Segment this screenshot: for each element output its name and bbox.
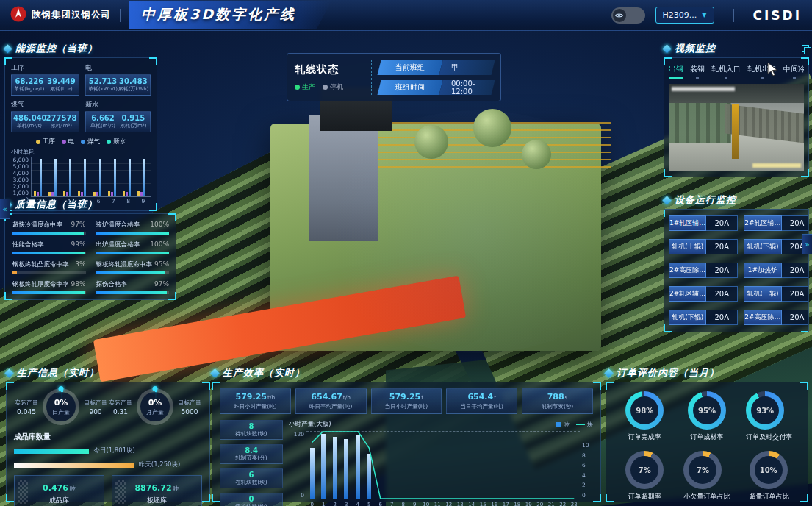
eye-icon bbox=[613, 9, 626, 22]
hourly-chart-plot: 01234567891011121314151617181920212223 bbox=[306, 431, 580, 499]
energy-panel: 能源监控（当班） 工序 68.226单耗(kgce/t) 39.449累耗(tc… bbox=[4, 41, 157, 211]
line-status-rows: 当前班组 甲 班组时间 00:00-12:00 bbox=[379, 60, 493, 95]
axis-tick: 18 bbox=[514, 502, 520, 506]
bar-工序 bbox=[123, 191, 125, 196]
line-status-row[interactable]: 当前班组 甲 bbox=[378, 60, 495, 75]
bar-工序 bbox=[93, 192, 96, 197]
axis-tick: 5,000 bbox=[11, 163, 29, 170]
view-select-dropdown[interactable]: H2309... ▼ bbox=[655, 7, 714, 24]
axis-tick: 2,000 bbox=[11, 183, 29, 190]
video-camera-label-overlay bbox=[752, 163, 801, 168]
order-donut: 93% 订单及时交付率 bbox=[746, 391, 792, 442]
axis-tick: 8 bbox=[402, 502, 405, 506]
hourly-left-ticks: 1200 bbox=[289, 431, 306, 499]
legend-dot-icon bbox=[107, 140, 111, 144]
equipment-item[interactable]: 轧机(上辊) 20A bbox=[744, 286, 809, 302]
energy-group: 煤气 486.040单耗(m³/t) 277578累耗(m³) bbox=[11, 100, 79, 132]
line-status-panel: 轧线状态 生产 停机 当前班组 甲 班组时间 00:00-12:00 bbox=[287, 53, 501, 101]
axis-tick: 0 bbox=[311, 502, 314, 506]
video-tab[interactable]: 出钢 bbox=[669, 64, 683, 79]
video-tab[interactable]: 轧机入口 bbox=[711, 64, 741, 79]
corner-accent bbox=[149, 57, 157, 65]
equipment-panel: 设备运行监控 1#轧区辅… 20A 2#轧区辅… 20A 轧机(上辊) 20A … bbox=[664, 193, 809, 332]
line-status-legend: 生产 停机 bbox=[295, 82, 364, 92]
bar-新水 bbox=[117, 196, 119, 197]
bar-煤气 bbox=[114, 159, 116, 196]
stock-bars: 今日(1,801块) 昨天(1,250块) bbox=[14, 446, 202, 469]
order-donut: 7% 订单超期率 bbox=[625, 451, 664, 502]
equipment-item[interactable]: 轧机(下辊) 20A bbox=[744, 239, 809, 254]
line-status-legend-item: 停机 bbox=[323, 82, 343, 92]
energy-group: 电 52.713单耗(kWh/t) 30.483累耗(万kWh) bbox=[85, 63, 151, 96]
axis-tick: 23 bbox=[571, 502, 578, 506]
quality-metric: 超快冷温度命中率97% bbox=[12, 221, 86, 235]
scene-glow bbox=[309, 110, 647, 353]
gauge-ring: 0%日产量 bbox=[43, 388, 79, 425]
line-status-title: 轧线状态 bbox=[295, 63, 364, 76]
energy-bar-group: 3 bbox=[48, 157, 60, 196]
equipment-item[interactable]: 2#轧区辅… 20A bbox=[744, 215, 809, 231]
corner-accent bbox=[168, 213, 176, 221]
equipment-item[interactable]: 2#高压除… 20A bbox=[669, 263, 738, 278]
bar-工序 bbox=[108, 191, 110, 196]
quality-panel: 质量信息（当班） 超快冷温度命中率97% 装炉温度合格率100% 性能合格率99… bbox=[4, 197, 176, 300]
corner-accent bbox=[4, 57, 12, 65]
orders-panel: 订单评价内容（当月） 98% 订单完成率 95% 订单成材率 93% 订单及时交… bbox=[606, 366, 808, 502]
corner-accent bbox=[593, 382, 601, 390]
production-panel-title: 生产信息（实时） bbox=[17, 366, 99, 380]
warehouse-boxes: 0.476吨 成品库 8876.72吨 板坯库 bbox=[14, 475, 202, 506]
order-donuts: 98% 订单完成率 95% 订单成材率 93% 订单及时交付率 7% 订单超期率… bbox=[614, 388, 800, 502]
efficiency-card: 654.4t 当日平均产量(吨) bbox=[446, 388, 517, 414]
legend-swatch-icon bbox=[556, 422, 561, 427]
efficiency-card: 654.67t/h 昨日平均产量(吨) bbox=[295, 388, 367, 414]
quality-metric: 钢板终轧凸度命中率3% bbox=[12, 260, 86, 274]
video-tab[interactable]: 装钢 bbox=[690, 64, 705, 79]
axis-tick: 10 bbox=[582, 442, 593, 449]
line-status-row[interactable]: 班组时间 00:00-12:00 bbox=[378, 80, 495, 95]
legend-dot-icon bbox=[36, 140, 40, 144]
company-logo-icon bbox=[10, 6, 26, 25]
panel-collapse-handle-left[interactable]: « bbox=[0, 199, 10, 219]
quality-metric: 钢板终轧厚度命中率98% bbox=[12, 280, 86, 294]
bar-煤气 bbox=[54, 159, 57, 196]
expand-icon[interactable] bbox=[802, 45, 809, 52]
quality-metric: 装炉温度合格率100% bbox=[96, 221, 170, 235]
warehouse-box: 0.476吨 成品库 bbox=[14, 475, 104, 506]
donut-ring: 7% bbox=[683, 451, 722, 489]
equipment-item[interactable]: 2#高压除… 20A bbox=[744, 310, 809, 325]
efficiency-cards: 579.25t/h 昨日小时产量(吨) 654.67t/h 昨日平均产量(吨) … bbox=[220, 388, 593, 414]
efficiency-panel-title: 生产效率（实时） bbox=[223, 366, 305, 380]
line-status-legend-item: 生产 bbox=[295, 82, 315, 92]
equipment-item[interactable]: 1#轧区辅… 20A bbox=[669, 215, 738, 231]
donut-ring: 7% bbox=[625, 451, 664, 489]
equipment-item[interactable]: 1#加热炉 20A bbox=[744, 263, 809, 278]
stock-bar: 昨天(1,250块) bbox=[14, 460, 202, 469]
axis-tick: 11 bbox=[434, 502, 441, 506]
hourly-chart-legend: 吨 块 bbox=[556, 421, 593, 429]
status-dot-icon bbox=[323, 85, 328, 90]
efficiency-card: 788s 轧制节奏(秒) bbox=[522, 388, 593, 414]
company-name: 陕钢集团汉钢公司 bbox=[32, 9, 111, 21]
visibility-toggle[interactable] bbox=[611, 7, 645, 24]
bar-工序 bbox=[78, 191, 80, 196]
donut-ring: 10% bbox=[750, 451, 788, 489]
diamond-icon bbox=[210, 368, 220, 378]
efficiency-side-box: 8 待轧块数(块) bbox=[220, 420, 283, 440]
video-tab[interactable]: 轧机出口 bbox=[747, 64, 777, 79]
bar-电 bbox=[37, 192, 39, 196]
diamond-icon bbox=[4, 368, 14, 378]
equipment-item[interactable]: 2#轧区辅… 20A bbox=[669, 286, 738, 302]
axis-tick: 4,000 bbox=[11, 170, 29, 177]
order-donut: 10% 超量订单占比 bbox=[750, 451, 789, 502]
axis-tick: 6 bbox=[582, 462, 593, 468]
bar-煤气 bbox=[143, 159, 145, 196]
video-thumbnail[interactable] bbox=[669, 84, 804, 171]
equipment-item[interactable]: 轧机(上辊) 20A bbox=[669, 239, 738, 254]
legend-item: 煤气 bbox=[81, 138, 100, 146]
corner-accent bbox=[664, 57, 672, 65]
bar-新水 bbox=[72, 196, 74, 197]
equipment-item[interactable]: 轧机(下辊) 20A bbox=[669, 310, 738, 325]
panel-collapse-handle-right[interactable]: » bbox=[802, 234, 812, 254]
efficiency-side-box: 0 缓冷块数(块) bbox=[220, 493, 283, 506]
video-tab[interactable]: 中间冷 bbox=[783, 64, 804, 79]
